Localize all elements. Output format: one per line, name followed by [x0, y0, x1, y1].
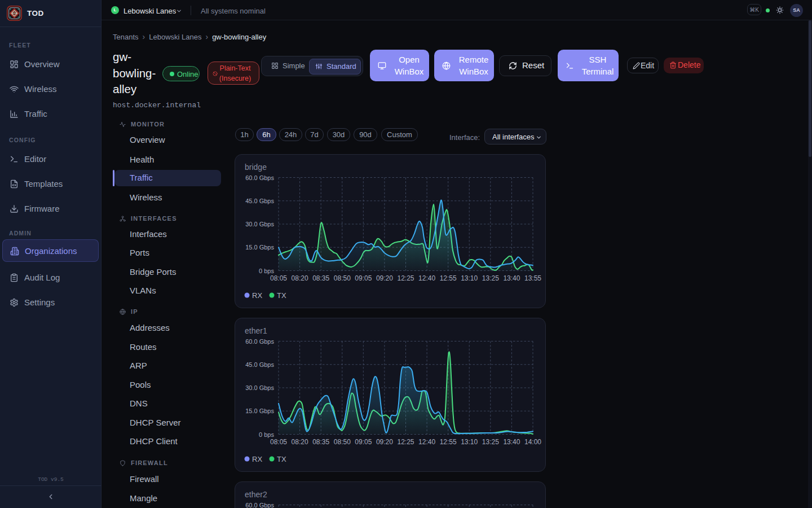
svg-text:08:05: 08:05	[270, 274, 287, 282]
svg-text:08:50: 08:50	[334, 438, 351, 446]
svg-text:14:00: 14:00	[524, 438, 541, 446]
svg-text:30.0 Gbps: 30.0 Gbps	[245, 384, 274, 391]
svg-text:08:20: 08:20	[292, 274, 308, 282]
svg-text:08:20: 08:20	[292, 438, 308, 446]
svg-text:08:35: 08:35	[312, 274, 329, 282]
svg-text:08:35: 08:35	[312, 438, 329, 446]
svg-text:13:25: 13:25	[482, 274, 499, 282]
svg-text:09:20: 09:20	[376, 274, 393, 282]
svg-text:09:20: 09:20	[376, 438, 393, 446]
svg-text:12:55: 12:55	[440, 438, 457, 446]
svg-text:TX: TX	[277, 455, 286, 463]
svg-text:0 bps: 0 bps	[259, 431, 274, 438]
svg-text:13:25: 13:25	[482, 438, 499, 446]
svg-text:45.0 Gbps: 45.0 Gbps	[245, 361, 274, 368]
svg-text:TX: TX	[277, 291, 286, 300]
svg-text:13:10: 13:10	[461, 438, 478, 446]
svg-text:08:05: 08:05	[270, 438, 287, 446]
svg-text:12:40: 12:40	[418, 274, 435, 282]
svg-text:12:40: 12:40	[418, 438, 435, 446]
svg-text:RX: RX	[252, 455, 262, 463]
svg-text:12:25: 12:25	[397, 438, 414, 446]
svg-text:13:40: 13:40	[503, 274, 520, 282]
svg-text:60.0 Gbps: 60.0 Gbps	[245, 502, 274, 508]
svg-text:15.0 Gbps: 15.0 Gbps	[245, 244, 274, 251]
svg-text:60.0 Gbps: 60.0 Gbps	[245, 338, 274, 345]
svg-text:13:10: 13:10	[461, 274, 478, 282]
svg-text:13:55: 13:55	[524, 274, 541, 282]
svg-text:RX: RX	[252, 291, 262, 300]
svg-text:0 bps: 0 bps	[259, 268, 274, 274]
svg-text:60.0 Gbps: 60.0 Gbps	[245, 174, 274, 181]
svg-text:13:40: 13:40	[503, 438, 520, 446]
svg-text:09:05: 09:05	[355, 438, 372, 446]
svg-text:09:05: 09:05	[355, 274, 372, 282]
svg-text:45.0 Gbps: 45.0 Gbps	[245, 198, 274, 204]
svg-text:08:50: 08:50	[334, 274, 351, 282]
svg-text:12:55: 12:55	[440, 274, 457, 282]
svg-text:30.0 Gbps: 30.0 Gbps	[245, 221, 274, 227]
svg-text:15.0 Gbps: 15.0 Gbps	[245, 408, 274, 414]
svg-text:12:25: 12:25	[397, 274, 414, 282]
